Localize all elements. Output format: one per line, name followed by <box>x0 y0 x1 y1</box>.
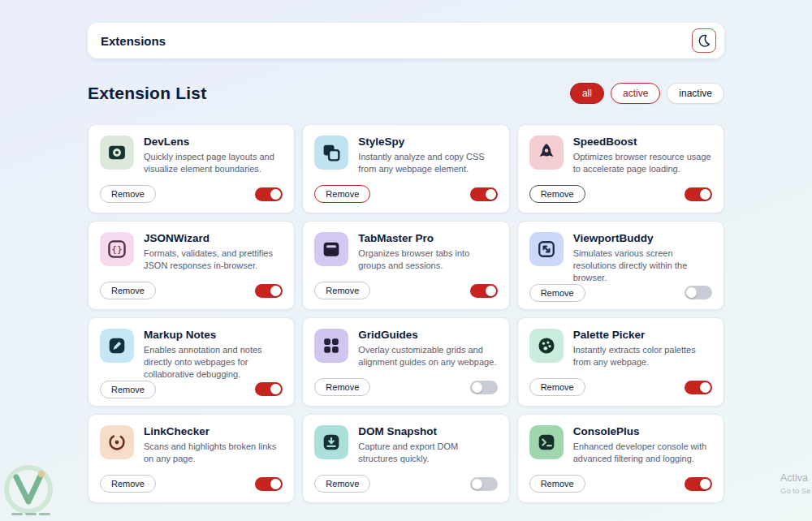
enabled-toggle[interactable] <box>255 187 283 201</box>
extension-description: Simulates various screen resolutions dir… <box>573 248 712 284</box>
stylespy-icon <box>314 136 348 170</box>
filter-inactive[interactable]: inactive <box>667 83 724 104</box>
remove-button[interactable]: Remove <box>100 185 156 203</box>
page-title: Extensions <box>101 34 166 48</box>
card-text: StyleSpy Instantly analyze and copy CSS … <box>358 136 497 175</box>
card-bottom: Remove <box>314 475 497 493</box>
extension-card: SpeedBoost Optimizes browser resource us… <box>517 124 724 213</box>
card-top: TabMaster Pro Organizes browser tabs int… <box>314 232 497 272</box>
enabled-toggle[interactable] <box>255 477 283 491</box>
remove-button[interactable]: Remove <box>529 284 585 302</box>
card-top: StyleSpy Instantly analyze and copy CSS … <box>314 136 497 175</box>
extension-name: DOM Snapshot <box>358 425 497 437</box>
remove-button[interactable]: Remove <box>529 378 585 396</box>
extension-card: ViewportBuddy Simulates various screen r… <box>517 221 724 310</box>
extension-name: JSONWizard <box>144 232 283 244</box>
toggle-knob <box>686 287 697 298</box>
theme-toggle-button[interactable] <box>692 28 716 53</box>
card-top: DevLens Quickly inspect page layouts and… <box>100 136 283 175</box>
gridguides-icon <box>314 329 348 363</box>
remove-button[interactable]: Remove <box>314 185 370 203</box>
extension-card: StyleSpy Instantly analyze and copy CSS … <box>302 124 509 213</box>
card-top: Palette Picker Instantly extracts color … <box>529 329 712 368</box>
toggle-knob <box>700 479 710 489</box>
extension-description: Instantly extracts color palettes from a… <box>573 344 712 368</box>
card-top: ConsolePlus Enhanced developer console w… <box>529 425 712 465</box>
toggle-knob <box>472 479 482 489</box>
card-text: Markup Notes Enables annotation and note… <box>144 329 283 381</box>
activation-line1: Activa <box>780 472 811 484</box>
page: Extensions Extension List all active ina… <box>88 23 724 503</box>
extension-name: SpeedBoost <box>573 136 712 148</box>
enabled-toggle[interactable] <box>470 284 498 298</box>
enabled-toggle[interactable] <box>685 381 712 394</box>
remove-button[interactable]: Remove <box>314 282 370 299</box>
extension-name: LinkChecker <box>144 425 283 437</box>
toggle-knob <box>700 382 710 393</box>
remove-button[interactable]: Remove <box>100 282 156 299</box>
card-top: {} JSONWizard Formats, validates, and pr… <box>100 232 283 272</box>
enabled-toggle[interactable] <box>470 381 498 394</box>
remove-button[interactable]: Remove <box>100 475 156 493</box>
filter-active[interactable]: active <box>611 83 660 104</box>
filter-all[interactable]: all <box>570 83 604 104</box>
card-top: GridGuides Overlay customizable grids an… <box>314 329 497 368</box>
header-bar: Extensions <box>88 23 724 58</box>
list-header: Extension List all active inactive <box>88 83 724 104</box>
remove-button[interactable]: Remove <box>529 185 585 203</box>
card-bottom: Remove <box>529 475 712 493</box>
remove-button[interactable]: Remove <box>314 378 370 396</box>
enabled-toggle[interactable] <box>470 187 498 201</box>
extension-card: {} JSONWizard Formats, validates, and pr… <box>88 221 295 310</box>
markup-notes-icon <box>100 329 134 363</box>
extension-card: TabMaster Pro Organizes browser tabs int… <box>302 221 509 310</box>
card-text: LinkChecker Scans and highlights broken … <box>144 425 283 465</box>
card-top: ViewportBuddy Simulates various screen r… <box>529 232 712 284</box>
toggle-knob <box>472 382 482 393</box>
card-bottom: Remove <box>100 381 283 398</box>
extension-description: Scans and highlights broken links on any… <box>144 441 283 465</box>
remove-button[interactable]: Remove <box>314 475 370 493</box>
activation-line2: Go to Se <box>780 486 811 495</box>
enabled-toggle[interactable] <box>255 382 283 396</box>
card-bottom: Remove <box>100 185 283 203</box>
enabled-toggle[interactable] <box>470 477 498 491</box>
extension-description: Enhanced developer console with advanced… <box>573 441 712 465</box>
extension-grid: DevLens Quickly inspect page layouts and… <box>88 124 724 503</box>
card-text: ConsolePlus Enhanced developer console w… <box>573 425 712 465</box>
card-text: TabMaster Pro Organizes browser tabs int… <box>358 232 497 272</box>
extension-description: Optimizes browser resource usage to acce… <box>573 151 712 175</box>
remove-button[interactable]: Remove <box>529 475 585 493</box>
speedboost-icon <box>529 136 564 170</box>
linkchecker-icon <box>100 425 134 459</box>
enabled-toggle[interactable] <box>685 187 712 201</box>
watermark-text <box>11 513 50 515</box>
filter-group: all active inactive <box>570 83 724 104</box>
activation-watermark: Activa Go to Se <box>780 472 811 495</box>
extension-name: GridGuides <box>358 329 497 341</box>
extension-card: GridGuides Overlay customizable grids an… <box>302 317 509 407</box>
card-bottom: Remove <box>314 185 497 203</box>
devlens-icon <box>100 136 134 170</box>
extension-name: ViewportBuddy <box>573 232 712 244</box>
remove-button[interactable]: Remove <box>100 381 156 398</box>
enabled-toggle[interactable] <box>685 477 712 491</box>
extension-description: Enables annotation and notes directly on… <box>144 344 283 381</box>
tabmaster-icon <box>314 232 348 266</box>
extension-card: Markup Notes Enables annotation and note… <box>88 317 295 407</box>
extension-name: ConsolePlus <box>573 425 712 437</box>
extension-card: ConsolePlus Enhanced developer console w… <box>517 414 724 503</box>
viewportbuddy-icon <box>529 232 564 266</box>
card-bottom: Remove <box>529 378 712 396</box>
watermark-logo <box>0 464 58 521</box>
extension-card: LinkChecker Scans and highlights broken … <box>88 414 295 503</box>
card-top: DOM Snapshot Capture and export DOM stru… <box>314 425 497 465</box>
card-bottom: Remove <box>100 282 283 299</box>
card-top: SpeedBoost Optimizes browser resource us… <box>529 136 712 175</box>
toggle-knob <box>700 189 710 200</box>
card-top: Markup Notes Enables annotation and note… <box>100 329 283 381</box>
enabled-toggle[interactable] <box>685 286 712 299</box>
enabled-toggle[interactable] <box>255 284 283 298</box>
extension-name: TabMaster Pro <box>358 232 497 244</box>
card-text: ViewportBuddy Simulates various screen r… <box>573 232 712 284</box>
